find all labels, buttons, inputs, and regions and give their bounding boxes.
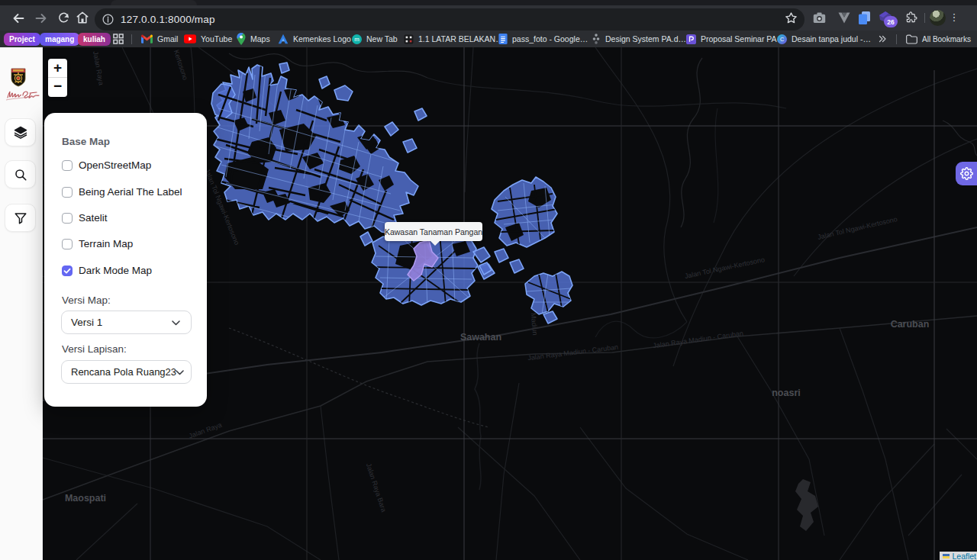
svg-text:noasri: noasri [772, 388, 801, 398]
svg-text:Caruban: Caruban [891, 319, 930, 330]
svg-text:m: m [354, 36, 360, 43]
svg-text:Maospati: Maospati [65, 493, 106, 504]
svg-text:Sawahan: Sawahan [460, 332, 501, 343]
svg-text:C: C [780, 37, 784, 43]
